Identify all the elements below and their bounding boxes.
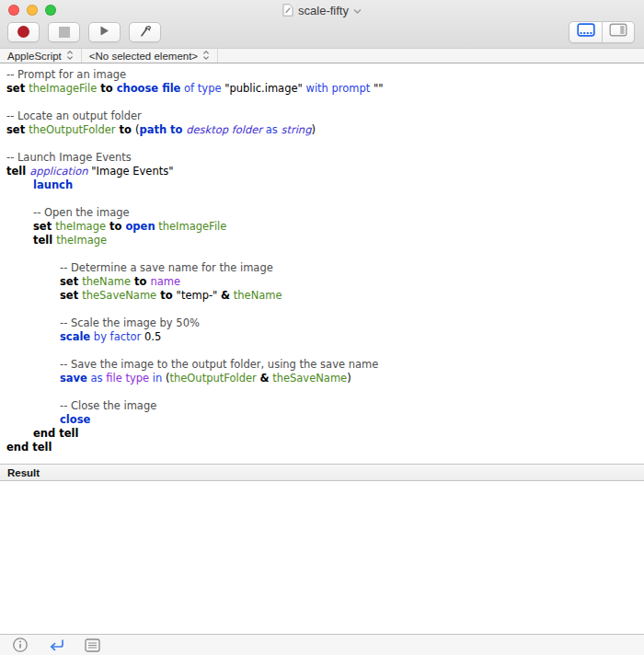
right-pane-icon: [609, 23, 627, 40]
zoom-button[interactable]: [45, 5, 56, 16]
code-line[interactable]: -- Locate an output folder: [0, 109, 644, 123]
code-token: "temp-": [177, 289, 221, 302]
language-popup-label: AppleScript: [7, 51, 62, 62]
code-token: choose file: [117, 82, 181, 95]
code-token: theOutputFolder: [169, 372, 256, 385]
code-token: tell: [6, 165, 29, 178]
show-right-pane-toggle[interactable]: [602, 22, 634, 42]
code-token: theName: [82, 275, 131, 288]
stop-icon: [59, 27, 70, 38]
code-token: by factor: [94, 330, 141, 343]
code-line[interactable]: scale by factor 0.5: [0, 330, 644, 344]
element-popup-label: <No selected element>: [89, 51, 198, 62]
code-token: "": [370, 82, 383, 95]
code-line[interactable]: tell theImage: [0, 234, 644, 247]
window-title: scale-fifty: [298, 4, 349, 17]
code-token: set: [60, 289, 82, 302]
minimize-button[interactable]: [27, 5, 38, 16]
code-line[interactable]: set theSaveName to "temp-" & theName: [0, 289, 644, 303]
code-line[interactable]: -- Prompt for an image: [0, 68, 644, 82]
code-line[interactable]: -- Close the image: [0, 399, 644, 413]
code-line[interactable]: -- Save the image to the output folder, …: [0, 358, 644, 372]
code-token: theImageFile: [29, 82, 97, 95]
code-token: end tell: [6, 441, 52, 454]
code-token: 0.5: [141, 330, 161, 343]
document-proxy-icon[interactable]: [282, 4, 293, 17]
code-line[interactable]: set theName to name: [0, 275, 644, 289]
code-token: theSaveName: [272, 372, 347, 385]
code-line[interactable]: [0, 303, 644, 316]
code-line[interactable]: launch: [0, 178, 644, 192]
status-bar: [0, 634, 644, 655]
script-source-editor[interactable]: -- Prompt for an imageset theImageFile t…: [0, 63, 644, 464]
code-line[interactable]: save as file type in (theOutputFolder & …: [0, 372, 644, 385]
code-token: theName: [234, 289, 282, 302]
code-token: file type: [106, 372, 149, 385]
code-token: close: [60, 413, 90, 426]
title-chevron-icon[interactable]: [353, 4, 362, 17]
code-token: end tell: [33, 427, 78, 440]
element-popup[interactable]: <No selected element>: [82, 49, 218, 63]
code-line[interactable]: end tell: [0, 427, 644, 441]
updown-chevron-icon: [202, 50, 210, 63]
code-token: -- Locate an output folder: [6, 109, 142, 122]
code-token: to: [131, 275, 150, 288]
code-line[interactable]: set theOutputFolder to (path to desktop …: [0, 123, 644, 137]
code-token: with prompt: [305, 82, 370, 95]
run-button[interactable]: [88, 22, 121, 42]
code-token: desktop folder: [186, 123, 262, 136]
code-token: ): [347, 372, 351, 385]
log-icon[interactable]: [85, 638, 100, 652]
code-token: tell: [33, 234, 56, 247]
stop-button[interactable]: [48, 22, 80, 42]
code-token: path to: [139, 123, 182, 136]
code-line[interactable]: set theImage to open theImageFile: [0, 220, 644, 234]
code-token: &: [221, 289, 230, 302]
code-line[interactable]: [0, 344, 644, 358]
code-line[interactable]: -- Open the image: [0, 206, 644, 220]
code-token: -- Prompt for an image: [6, 68, 126, 81]
code-line[interactable]: set theImageFile to choose file of type …: [0, 82, 644, 96]
record-button[interactable]: [7, 22, 40, 42]
window-chrome: scale-fifty: [0, 0, 644, 48]
code-line[interactable]: [0, 385, 644, 399]
language-popup[interactable]: AppleScript: [0, 49, 82, 63]
code-line[interactable]: tell application "Image Events": [0, 165, 644, 178]
traffic-lights: [8, 5, 56, 16]
code-line[interactable]: -- Determine a save name for the image: [0, 261, 644, 275]
code-token: &: [259, 372, 269, 385]
code-token: open: [125, 220, 155, 233]
toolbar: [0, 20, 644, 48]
code-token: to: [97, 82, 116, 95]
code-line[interactable]: [0, 137, 644, 151]
compile-button[interactable]: [129, 22, 161, 42]
code-line[interactable]: end tell: [0, 441, 644, 454]
code-token: -- Scale the image by 50%: [60, 316, 200, 329]
code-token: set: [6, 123, 29, 136]
code-token: in: [153, 372, 162, 385]
close-button[interactable]: [8, 5, 19, 16]
code-line[interactable]: [0, 247, 644, 261]
show-bottom-pane-toggle[interactable]: [569, 22, 602, 42]
code-token: to: [156, 289, 176, 302]
result-pane-content[interactable]: [0, 481, 644, 634]
code-token: theImage: [56, 234, 107, 247]
code-line[interactable]: [0, 192, 644, 206]
code-token: -- Determine a save name for the image: [60, 261, 273, 274]
code-token: -- Launch Image Events: [6, 151, 132, 164]
navigation-bar: AppleScript <No selected element>: [0, 48, 644, 63]
compile-hammer-icon: [137, 22, 154, 42]
code-line[interactable]: -- Scale the image by 50%: [0, 316, 644, 330]
code-line[interactable]: close: [0, 413, 644, 427]
code-token: theOutputFolder: [29, 123, 115, 136]
bottom-pane-icon: [577, 23, 595, 40]
code-token: set: [60, 275, 82, 288]
code-token: to: [116, 123, 135, 136]
info-icon[interactable]: [12, 637, 29, 653]
code-token: to: [106, 220, 125, 233]
code-line[interactable]: -- Launch Image Events: [0, 151, 644, 165]
code-line[interactable]: [0, 96, 644, 109]
code-token: scale: [60, 330, 90, 343]
return-icon[interactable]: [48, 638, 65, 652]
pane-toggle-segmented-control: [569, 21, 635, 43]
